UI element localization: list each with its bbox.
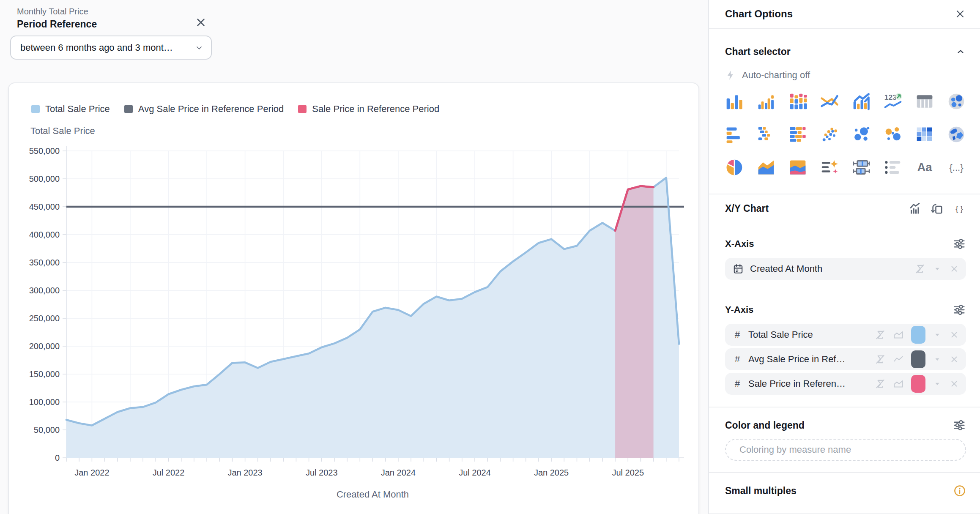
remove-field-icon[interactable] xyxy=(949,354,959,364)
chart-type-bar-line-icon[interactable] xyxy=(851,91,871,112)
legend-item-avg-sale-price[interactable]: Avg Sale Price in Reference Period xyxy=(124,104,284,115)
divider xyxy=(709,28,980,29)
filter-title: Period Reference xyxy=(17,19,97,30)
coloring-placeholder-field[interactable]: Coloring by measure name xyxy=(725,439,966,461)
svg-text:450,000: 450,000 xyxy=(29,202,60,211)
panel-close-button[interactable] xyxy=(954,8,966,20)
small-multiples-info-button[interactable] xyxy=(953,484,966,497)
series-line-style-icon[interactable] xyxy=(893,354,904,365)
filter-close-button[interactable] xyxy=(194,15,208,30)
series-area-style-icon[interactable] xyxy=(893,378,904,389)
filter-subtitle: Monthly Total Price xyxy=(17,7,88,16)
svg-text:Jan 2022: Jan 2022 xyxy=(74,468,109,477)
svg-text:50,000: 50,000 xyxy=(34,425,60,435)
chart-card: Total Sale Price Avg Sale Price in Refer… xyxy=(8,82,699,514)
chart-type-pie-icon[interactable] xyxy=(724,157,745,178)
y-axis-field-total-sale-price[interactable]: # Total Sale Price xyxy=(725,324,966,346)
swap-axes-icon xyxy=(931,202,943,215)
no-aggregation-icon[interactable] xyxy=(875,329,886,340)
chevron-down-icon xyxy=(195,44,203,52)
chart-type-heatmap-icon[interactable] xyxy=(914,124,935,145)
caret-down-icon[interactable] xyxy=(933,355,942,364)
auto-charting-row[interactable]: Auto-charting off xyxy=(725,70,810,81)
svg-text:400,000: 400,000 xyxy=(29,230,60,239)
chart-type-line-icon[interactable] xyxy=(819,91,840,112)
no-aggregation-icon[interactable] xyxy=(875,354,886,365)
chart-type-grouped-horizontal-bar-icon[interactable] xyxy=(756,124,776,145)
divider xyxy=(709,472,980,473)
svg-text:100,000: 100,000 xyxy=(29,397,60,407)
chart-type-text-icon[interactable]: Aa xyxy=(914,157,935,178)
chart-type-scatter-icon[interactable] xyxy=(819,124,840,145)
caret-down-icon[interactable] xyxy=(933,264,942,273)
legend-label: Total Sale Price xyxy=(45,104,110,115)
chart-type-horizontal-bar-icon[interactable] xyxy=(724,124,745,145)
chart-type-bubble-alt-icon[interactable] xyxy=(883,124,903,145)
series-color-swatch[interactable] xyxy=(911,326,925,344)
series-color-swatch[interactable] xyxy=(911,350,925,368)
x-axis-field-label: Created At Month xyxy=(750,263,822,274)
remove-field-icon[interactable] xyxy=(949,264,959,274)
series-color-swatch[interactable] xyxy=(911,375,925,393)
chart-type-custom-json-icon[interactable]: {...} xyxy=(946,157,966,178)
price-area-chart: 050,000100,000150,000200,000250,000300,0… xyxy=(18,140,700,514)
svg-text:Jul 2022: Jul 2022 xyxy=(153,468,185,477)
svg-text:{ }: { } xyxy=(955,204,963,213)
legend-item-sale-price-reference[interactable]: Sale Price in Reference Period xyxy=(298,104,439,115)
caret-down-icon[interactable] xyxy=(933,330,942,339)
chart-type-boxplot-icon[interactable] xyxy=(851,157,871,178)
remove-field-icon[interactable] xyxy=(949,379,959,389)
auto-charting-label: Auto-charting off xyxy=(742,70,810,81)
chart-type-stacked-horizontal-bar-icon[interactable] xyxy=(788,124,808,145)
chart-type-single-value-icon[interactable]: 123 xyxy=(883,91,903,112)
y-axis-field-sale-price-reference[interactable]: # Sale Price in Referen… xyxy=(725,373,966,395)
no-aggregation-icon[interactable] xyxy=(914,263,925,274)
chart-type-grouped-bar-icon[interactable] xyxy=(756,91,776,112)
svg-text:550,000: 550,000 xyxy=(29,146,60,156)
y-axis-field-label: Avg Sale Price in Ref… xyxy=(748,354,845,365)
y-axis-field-avg-sale-price[interactable]: # Avg Sale Price in Ref… xyxy=(725,348,966,370)
no-aggregation-icon[interactable] xyxy=(875,378,886,389)
view-chart-button[interactable] xyxy=(909,202,921,215)
legend-item-total-sale-price[interactable]: Total Sale Price xyxy=(31,104,110,115)
chart-type-bubble-icon[interactable] xyxy=(851,124,871,145)
period-reference-select[interactable]: between 6 months ago and 3 mont… xyxy=(10,36,212,60)
series-area-style-icon[interactable] xyxy=(893,329,904,340)
sliders-icon xyxy=(953,303,966,317)
period-reference-value: between 6 months ago and 3 mont… xyxy=(20,42,173,53)
chart-type-choropleth-map-icon[interactable] xyxy=(946,124,966,145)
y-axis-title: Total Sale Price xyxy=(30,126,95,137)
divider xyxy=(709,194,980,194)
svg-text:350,000: 350,000 xyxy=(29,258,60,267)
legend-swatch xyxy=(298,105,307,113)
chart-type-table-icon[interactable] xyxy=(914,91,935,112)
chart-type-grid: 123 Aa {...} xyxy=(724,91,966,178)
svg-text:Jul 2023: Jul 2023 xyxy=(306,468,338,477)
chart-type-list-icon[interactable] xyxy=(883,157,903,178)
color-legend-settings-button[interactable] xyxy=(953,418,966,432)
panel-title: Chart Options xyxy=(725,8,793,20)
color-legend-heading: Color and legend xyxy=(725,420,805,431)
y-axis-settings-button[interactable] xyxy=(953,303,966,317)
chart-type-ai-summary-icon[interactable] xyxy=(819,157,840,178)
swap-axes-button[interactable] xyxy=(931,202,943,215)
caret-down-icon[interactable] xyxy=(933,379,942,388)
svg-text:Jan 2023: Jan 2023 xyxy=(227,468,262,477)
collapse-section-button[interactable] xyxy=(955,46,966,57)
chart-type-stacked-area-icon[interactable] xyxy=(788,157,808,178)
x-axis-field-created-at-month[interactable]: Created At Month xyxy=(725,258,966,280)
close-icon xyxy=(954,8,966,20)
svg-text:{...}: {...} xyxy=(949,162,963,173)
chart-type-stacked-bar-icon[interactable] xyxy=(788,91,808,112)
x-axis-settings-button[interactable] xyxy=(953,237,966,251)
legend-swatch xyxy=(31,105,40,113)
remove-field-icon[interactable] xyxy=(949,330,959,340)
edit-json-button[interactable]: { } xyxy=(953,202,966,215)
chart-type-bar-icon[interactable] xyxy=(724,91,745,112)
svg-text:Aa: Aa xyxy=(917,161,932,174)
chart-type-heading: X/Y Chart xyxy=(725,203,769,214)
chart-type-area-icon[interactable] xyxy=(756,157,776,178)
chart-type-symbol-map-icon[interactable] xyxy=(946,91,966,112)
svg-text:Jan 2025: Jan 2025 xyxy=(534,468,569,477)
legend-label: Sale Price in Reference Period xyxy=(312,104,439,115)
